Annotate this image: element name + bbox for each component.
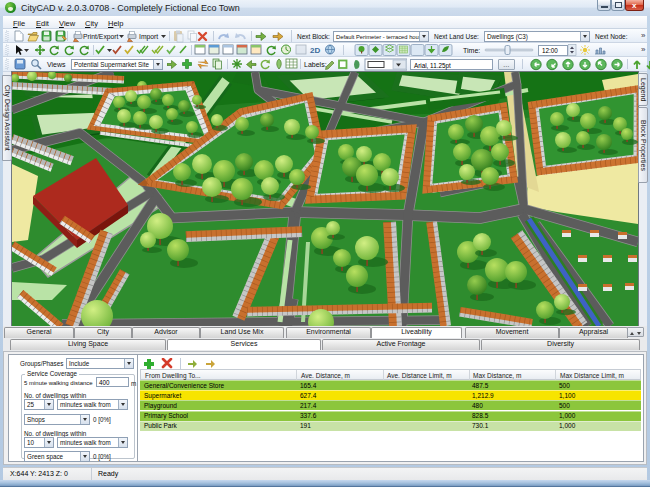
svg-text:Import: Import (139, 33, 158, 41)
svg-text:Views: Views (47, 61, 66, 68)
svg-text:2D: 2D (310, 46, 320, 55)
svg-text:Print/Export: Print/Export (83, 33, 119, 41)
svg-text:Labels:: Labels: (304, 61, 327, 68)
svg-text:Time:: Time: (463, 47, 480, 54)
svg-text:Next Block:: Next Block: (297, 33, 330, 40)
